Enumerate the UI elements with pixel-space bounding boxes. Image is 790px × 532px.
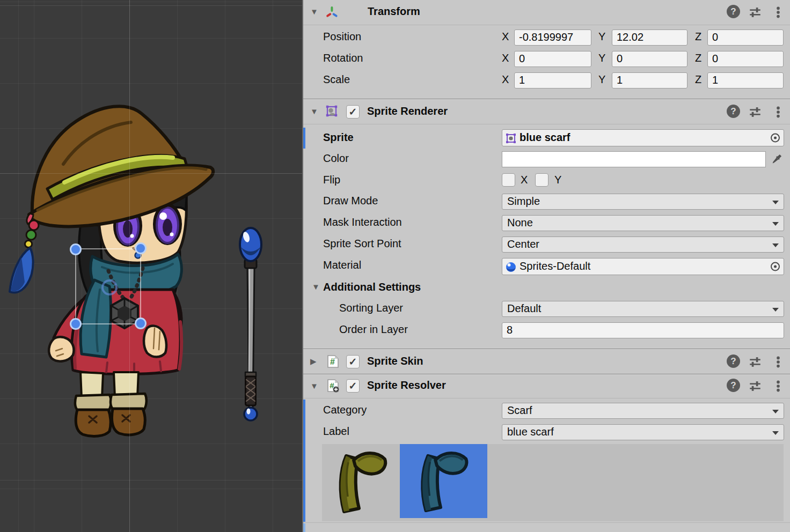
draw-mode-value: Simple [507, 195, 540, 207]
scale-x-field[interactable]: 1 [514, 72, 591, 88]
selection-rect [76, 249, 141, 324]
unity-editor: ▼ Transform ? Position X -0.8199997 Y 12… [0, 0, 790, 532]
sprite-skin-script-icon: # [326, 354, 340, 368]
order-in-layer-label: Order in Layer [339, 323, 408, 336]
svg-text:#: # [330, 357, 335, 366]
sprite-object-field[interactable]: blue scarf [502, 129, 784, 146]
axis-x-label: X [502, 52, 509, 64]
selection-handle-bottom-right[interactable] [136, 319, 146, 329]
sprite-sort-point-dropdown[interactable]: Center [502, 237, 784, 253]
material-object-field[interactable]: Sprites-Default [502, 258, 784, 275]
sprite-label: Sprite [323, 131, 354, 144]
scene-view[interactable] [0, 0, 302, 532]
sprite-resolver-enabled-checkbox[interactable]: ✓ [346, 379, 360, 393]
flip-label: Flip [323, 174, 340, 186]
material-sphere-icon [506, 262, 516, 272]
green-scarf-thumbnail[interactable] [328, 448, 392, 516]
label-dropdown[interactable]: blue scarf [502, 424, 784, 440]
sprite-skin-enabled-checkbox[interactable]: ✓ [346, 355, 360, 368]
sorting-layer-dropdown[interactable]: Default [502, 301, 784, 317]
kebab-menu-icon[interactable] [771, 379, 785, 393]
help-icon[interactable]: ? [727, 354, 740, 368]
presets-icon[interactable] [748, 355, 762, 369]
kebab-menu-icon[interactable] [771, 355, 785, 369]
scale-label: Scale [323, 73, 350, 86]
selection-gizmo [0, 0, 302, 532]
rotation-z-field[interactable]: 0 [707, 51, 784, 67]
sprite-value: blue scarf [520, 131, 570, 143]
inspector-panel: ▼ Transform ? Position X -0.8199997 Y 12… [303, 0, 790, 532]
sprite-resolver-script-icon: # [326, 379, 340, 393]
mask-interaction-dropdown[interactable]: None [502, 215, 784, 231]
sprite-mini-icon [505, 132, 517, 144]
object-picker-icon[interactable] [771, 262, 780, 271]
sprite-resolver-foldout[interactable]: ▼ [310, 382, 318, 390]
rotation-label: Rotation [323, 52, 363, 64]
kebab-menu-icon[interactable] [771, 105, 785, 119]
blue-scarf-thumbnail[interactable] [409, 448, 474, 515]
additional-settings-foldout[interactable]: ▼ [312, 283, 320, 291]
eyedropper-icon[interactable] [770, 152, 784, 166]
selection-handle-top-right[interactable] [136, 243, 146, 254]
flip-x-label: X [521, 174, 528, 186]
scale-z-field[interactable]: 1 [707, 72, 784, 88]
draw-mode-label: Draw Mode [323, 195, 378, 207]
additional-settings-title: Additional Settings [323, 281, 421, 293]
axis-y-label: Y [598, 73, 605, 86]
rotation-y-field[interactable]: 0 [612, 51, 687, 67]
sprite-skin-foldout[interactable]: ▶ [310, 357, 317, 365]
scale-y-field[interactable]: 1 [612, 72, 687, 88]
axis-z-label: Z [695, 31, 701, 43]
transform-title: Transform [368, 5, 420, 18]
color-swatch[interactable] [502, 151, 766, 167]
axis-z-label: Z [695, 73, 701, 86]
material-value: Sprites-Default [520, 260, 590, 272]
kebab-menu-icon[interactable] [771, 5, 785, 19]
position-x-field[interactable]: -0.8199997 [514, 29, 591, 46]
order-in-layer-field[interactable]: 8 [502, 322, 784, 338]
sorting-layer-label: Sorting Layer [339, 302, 403, 314]
presets-icon[interactable] [748, 5, 762, 19]
sorting-layer-value: Default [507, 302, 541, 314]
transform-foldout[interactable]: ▼ [310, 8, 318, 16]
selection-handle-bottom-left[interactable] [71, 319, 81, 329]
sprite-variant-strip [322, 444, 784, 521]
label-label: Label [323, 425, 349, 438]
axis-x-label: X [502, 31, 509, 43]
category-value: Scarf [507, 404, 532, 416]
blue-scarf-thumbnail-selected[interactable] [400, 444, 487, 518]
label-value: blue scarf [507, 426, 554, 438]
sprite-sort-point-value: Center [507, 238, 539, 250]
scene-inspector-divider[interactable] [302, 0, 303, 532]
sprite-renderer-foldout[interactable]: ▼ [310, 107, 318, 115]
rotation-x-field[interactable]: 0 [514, 51, 591, 67]
position-y-field[interactable]: 12.02 [612, 29, 687, 46]
selection-handle-top-left[interactable] [71, 245, 81, 255]
sprite-renderer-enabled-checkbox[interactable]: ✓ [346, 105, 360, 119]
object-picker-icon[interactable] [771, 134, 780, 143]
position-label: Position [323, 31, 361, 43]
axis-z-label: Z [695, 52, 701, 64]
help-icon[interactable]: ? [727, 379, 740, 392]
prefab-override-bar [303, 128, 305, 149]
sprite-sort-point-label: Sprite Sort Point [323, 238, 401, 250]
flip-y-checkbox[interactable] [535, 173, 548, 187]
draw-mode-dropdown[interactable]: Simple [502, 194, 784, 210]
axis-y-label: Y [598, 52, 605, 64]
position-z-field[interactable]: 0 [707, 29, 784, 46]
material-label: Material [323, 259, 361, 271]
help-icon[interactable]: ? [727, 5, 740, 18]
sprite-resolver-title: Sprite Resolver [367, 379, 446, 391]
prefab-override-bar [303, 400, 305, 522]
presets-icon[interactable] [748, 105, 762, 119]
category-label: Category [323, 404, 367, 416]
sprite-renderer-icon [325, 105, 339, 119]
transform-icon [325, 5, 339, 19]
sprite-renderer-title: Sprite Renderer [367, 105, 448, 117]
prefab-override-bar-light [303, 523, 305, 532]
category-dropdown[interactable]: Scarf [502, 403, 784, 419]
flip-x-checkbox[interactable] [502, 173, 515, 187]
mask-interaction-label: Mask Interaction [323, 216, 402, 228]
help-icon[interactable]: ? [727, 105, 740, 118]
presets-icon[interactable] [748, 379, 762, 393]
